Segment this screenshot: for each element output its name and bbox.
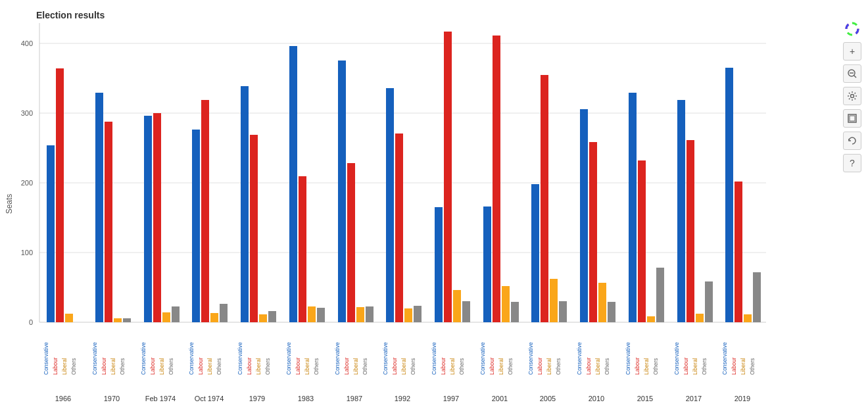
label-1987-conservative: Conservative — [334, 342, 341, 375]
label-1979-conservative: Conservative — [237, 342, 243, 375]
rainbow-tool-button[interactable] — [843, 20, 861, 38]
bar-1979-others — [268, 311, 276, 322]
bar-2019-liberal — [744, 314, 752, 322]
label-1992-liberal: Liberal — [400, 358, 407, 375]
bar-2019-conservative — [725, 68, 733, 322]
bar-1970-liberal — [114, 318, 122, 322]
label-1983-conservative: Conservative — [285, 342, 292, 375]
bar-feb1974-labour — [153, 113, 161, 322]
bar-1992-labour — [395, 134, 403, 322]
label-1997-labour: Labour — [440, 357, 446, 375]
year-1987: 1987 — [347, 395, 362, 402]
y-tick-0: 0 — [29, 318, 33, 326]
bar-1997-liberal — [453, 290, 461, 322]
label-oct1974-labour: Labour — [197, 357, 204, 375]
year-2019: 2019 — [735, 395, 750, 402]
reset-button[interactable] — [843, 132, 861, 150]
bar-2015-others — [656, 268, 664, 322]
label-feb1974-others: Others — [168, 358, 174, 375]
help-button[interactable]: ? — [843, 154, 861, 172]
bar-1979-labour — [250, 135, 258, 322]
label-1983-liberal: Liberal — [304, 358, 310, 375]
y-tick-100: 100 — [21, 249, 33, 256]
bar-1970-conservative — [95, 93, 103, 322]
label-oct1974-others: Others — [216, 358, 222, 375]
label-1966-others: Others — [70, 358, 77, 375]
year-2015: 2015 — [637, 395, 653, 402]
frame-button[interactable] — [843, 109, 861, 128]
label-2015-labour: Labour — [634, 357, 640, 375]
label-1970-others: Others — [119, 358, 126, 375]
year-1970: 1970 — [104, 395, 120, 402]
label-2019-others: Others — [749, 358, 756, 375]
bar-feb1974-conservative — [144, 116, 152, 322]
y-tick-400: 400 — [21, 39, 33, 47]
label-1983-labour: Labour — [295, 357, 301, 375]
year-2010: 2010 — [589, 395, 604, 402]
bar-1992-others — [414, 306, 422, 322]
label-1966-conservative: Conservative — [43, 342, 49, 375]
label-1983-others: Others — [313, 358, 320, 375]
toolbar: + ? — [843, 20, 861, 172]
bar-1997-others — [462, 301, 470, 322]
y-tick-300: 300 — [21, 109, 33, 117]
bar-2005-labour — [541, 75, 548, 322]
label-2005-conservative: Conservative — [527, 342, 534, 375]
zoom-in-button[interactable]: + — [843, 42, 861, 61]
bar-1987-conservative — [338, 61, 346, 322]
bar-2015-conservative — [629, 93, 637, 322]
label-2017-others: Others — [701, 358, 708, 375]
label-2019-labour: Labour — [731, 357, 737, 375]
year-2005: 2005 — [540, 395, 556, 402]
y-tick-200: 200 — [21, 179, 33, 187]
bar-2005-liberal — [550, 279, 558, 322]
label-2017-liberal: Liberal — [692, 358, 698, 375]
label-1970-conservative: Conservative — [91, 342, 98, 375]
bar-1997-conservative — [435, 207, 443, 322]
label-2005-others: Others — [555, 358, 562, 375]
year-2017: 2017 — [686, 395, 702, 402]
bar-2010-others — [608, 302, 615, 322]
bar-1987-others — [366, 306, 374, 322]
label-2005-liberal: Liberal — [546, 358, 552, 375]
year-1979: 1979 — [249, 395, 265, 402]
settings-button[interactable] — [843, 87, 861, 105]
year-1983: 1983 — [298, 395, 314, 402]
label-1997-others: Others — [458, 358, 465, 375]
label-1987-others: Others — [362, 358, 368, 375]
bar-1970-labour — [105, 122, 112, 322]
bar-1992-liberal — [404, 308, 412, 322]
bar-oct1974-labour — [201, 100, 209, 322]
label-1966-liberal: Liberal — [61, 358, 68, 375]
label-2001-others: Others — [507, 358, 514, 375]
label-1979-liberal: Liberal — [255, 358, 262, 375]
bar-1987-labour — [347, 163, 355, 322]
bar-2010-labour — [589, 142, 597, 322]
year-1992: 1992 — [395, 395, 410, 402]
label-oct1974-liberal: Liberal — [206, 358, 213, 375]
year-1966: 1966 — [55, 395, 71, 402]
label-feb1974-labour: Labour — [149, 357, 156, 375]
label-2015-liberal: Liberal — [643, 358, 650, 375]
year-oct1974: Oct 1974 — [195, 395, 224, 402]
label-2010-others: Others — [604, 358, 610, 375]
bar-2015-labour — [638, 160, 646, 322]
y-axis-label: Seats — [5, 194, 14, 214]
label-1966-labour: Labour — [52, 357, 59, 375]
bar-2019-others — [753, 272, 761, 322]
bar-1983-liberal — [308, 306, 316, 322]
label-1979-others: Others — [264, 358, 271, 375]
label-1992-others: Others — [410, 358, 416, 375]
label-2010-liberal: Liberal — [594, 358, 601, 375]
bar-2010-liberal — [598, 283, 606, 322]
svg-line-10 — [854, 76, 857, 78]
bar-2001-conservative — [483, 206, 491, 322]
bar-2019-labour — [735, 182, 742, 322]
label-2019-liberal: Liberal — [740, 358, 746, 375]
bar-1979-conservative — [241, 86, 249, 322]
bar-2017-labour — [687, 140, 694, 322]
zoom-out-button[interactable] — [843, 64, 861, 83]
bar-oct1974-liberal — [210, 313, 218, 322]
label-1997-conservative: Conservative — [431, 342, 437, 375]
year-2001: 2001 — [492, 395, 508, 402]
